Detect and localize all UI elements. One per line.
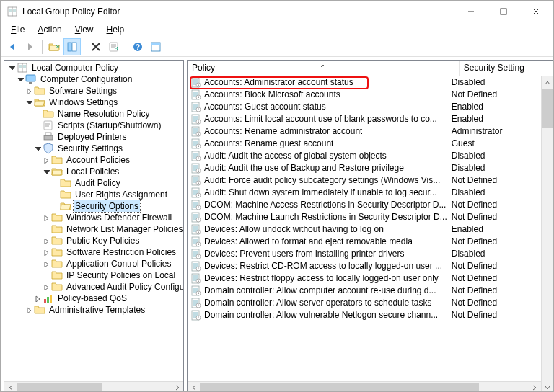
scroll-right-icon[interactable] — [529, 382, 541, 393]
list-row[interactable]: Devices: Restrict floppy access to local… — [188, 272, 541, 285]
tree-name-resolution[interactable]: Name Resolution Policy — [6, 108, 183, 120]
policy-setting: Enabled — [447, 101, 541, 113]
chevron-none — [50, 190, 59, 199]
back-button[interactable] — [4, 38, 21, 55]
svg-rect-15 — [68, 43, 71, 51]
tree-root[interactable]: Local Computer Policy — [6, 62, 183, 74]
list-row[interactable]: Accounts: Limit local account use of bla… — [188, 113, 541, 125]
tree-app-control[interactable]: Application Control Policies — [6, 258, 183, 270]
list-row[interactable]: Audit: Shut down system immediately if u… — [188, 187, 541, 199]
list-row[interactable]: Domain controller: Allow computer accoun… — [188, 285, 541, 297]
list-row[interactable]: Devices: Allowed to format and eject rem… — [188, 236, 541, 248]
tree-software-settings[interactable]: Software Settings — [6, 85, 183, 97]
list-row[interactable]: Accounts: Guest account statusEnabled — [188, 101, 541, 113]
chevron-right-icon[interactable] — [42, 213, 50, 222]
folder-icon — [34, 304, 45, 316]
tree-advanced-audit[interactable]: Advanced Audit Policy Configuration — [6, 281, 183, 293]
chevron-right-icon[interactable] — [42, 236, 50, 245]
tree-admin-templates[interactable]: Administrative Templates — [6, 304, 183, 316]
policy-tree[interactable]: Local Computer Policy Computer Configura… — [4, 61, 183, 381]
policy-name: Devices: Allowed to format and eject rem… — [204, 236, 413, 248]
column-security-setting[interactable]: Security Setting — [460, 61, 553, 76]
chevron-down-icon[interactable] — [16, 75, 25, 84]
tree-label: Computer Configuration — [39, 74, 133, 85]
chevron-down-icon[interactable] — [25, 98, 33, 107]
tree-deployed-printers[interactable]: Deployed Printers — [6, 131, 183, 143]
list-row[interactable]: Domain controller: Allow server operator… — [188, 297, 541, 309]
policy-icon — [190, 273, 202, 285]
policy-icon — [190, 187, 202, 199]
menu-file[interactable]: File — [5, 24, 30, 35]
export-button[interactable] — [105, 38, 123, 55]
tree-defender-firewall[interactable]: Windows Defender Firewall — [6, 212, 183, 223]
tree-network-list[interactable]: Network List Manager Policies — [6, 223, 183, 235]
list-v-scrollbar[interactable] — [541, 76, 553, 392]
scroll-up-icon[interactable] — [542, 76, 553, 89]
folder-open-icon — [34, 97, 45, 108]
toolbar-separator — [84, 40, 84, 54]
up-button[interactable] — [45, 38, 63, 55]
tree-h-scrollbar[interactable] — [4, 381, 183, 392]
show-tree-button[interactable] — [63, 38, 81, 55]
tree-local-policies[interactable]: Local Policies — [6, 166, 183, 177]
scroll-left-icon[interactable] — [188, 382, 200, 393]
chevron-down-icon[interactable] — [7, 63, 16, 72]
list-row[interactable]: Devices: Allow undock without having to … — [188, 223, 541, 236]
policy-list[interactable]: Accounts: Administrator account statusDi… — [188, 76, 541, 381]
tree-scripts[interactable]: Scripts (Startup/Shutdown) — [6, 120, 183, 131]
chevron-down-icon[interactable] — [33, 144, 42, 153]
close-button[interactable] — [519, 1, 552, 22]
menu-help[interactable]: Help — [101, 24, 131, 35]
chevron-right-icon[interactable] — [42, 259, 50, 268]
list-h-scrollbar[interactable] — [188, 381, 541, 392]
scroll-right-icon[interactable] — [171, 382, 183, 393]
tree-account-policies[interactable]: Account Policies — [6, 154, 183, 166]
chevron-right-icon[interactable] — [25, 86, 33, 95]
chevron-right-icon[interactable] — [42, 156, 50, 164]
list-row[interactable]: Audit: Audit the use of Backup and Resto… — [188, 162, 541, 174]
list-row[interactable]: DCOM: Machine Access Restrictions in Sec… — [188, 199, 541, 211]
tree-software-restriction[interactable]: Software Restriction Policies — [6, 246, 183, 258]
list-row[interactable]: Domain controller: Allow vulnerable Netl… — [188, 309, 541, 321]
tree-audit-policy[interactable]: Audit Policy — [6, 177, 183, 189]
tree-user-rights[interactable]: User Rights Assignment — [6, 189, 183, 200]
chevron-none — [50, 202, 59, 210]
list-row[interactable]: Audit: Force audit policy subcategory se… — [188, 174, 541, 187]
chevron-none — [33, 110, 42, 118]
properties-button[interactable] — [147, 38, 164, 55]
list-row[interactable]: DCOM: Machine Launch Restrictions in Sec… — [188, 211, 541, 223]
tree-qos[interactable]: Policy-based QoS — [6, 293, 183, 304]
list-row[interactable]: Accounts: Administrator account statusDi… — [188, 76, 541, 89]
tree-ipsec[interactable]: IP Security Policies on Local — [6, 270, 183, 281]
chevron-right-icon[interactable] — [25, 306, 33, 314]
chevron-none — [33, 133, 42, 141]
list-row[interactable]: Accounts: Rename guest accountGuest — [188, 138, 541, 150]
help-button[interactable]: ? — [129, 38, 146, 55]
svg-rect-20 — [151, 43, 160, 45]
tree-security-settings[interactable]: Security Settings — [6, 143, 183, 154]
maximize-button[interactable] — [487, 1, 519, 22]
list-row[interactable]: Audit: Audit the access of global system… — [188, 150, 541, 162]
chevron-right-icon[interactable] — [42, 282, 50, 291]
list-row[interactable]: Accounts: Rename administrator accountAd… — [188, 125, 541, 138]
list-row[interactable]: Devices: Prevent users from installing p… — [188, 248, 541, 260]
list-row[interactable]: Devices: Restrict CD-ROM access to local… — [188, 260, 541, 272]
column-policy[interactable]: Policy — [188, 61, 460, 76]
tree-windows-settings[interactable]: Windows Settings — [6, 97, 183, 108]
chevron-down-icon[interactable] — [42, 167, 50, 176]
policy-name: DCOM: Machine Access Restrictions in Sec… — [204, 199, 446, 211]
tree-security-options[interactable]: Security Options — [6, 200, 183, 212]
tree-computer-configuration[interactable]: Computer Configuration — [6, 74, 183, 85]
chevron-right-icon[interactable] — [42, 248, 50, 257]
minimize-button[interactable] — [454, 1, 487, 22]
menu-action[interactable]: Action — [32, 24, 67, 35]
policy-icon — [190, 249, 202, 260]
scroll-down-icon[interactable] — [542, 381, 553, 392]
chevron-right-icon[interactable] — [33, 294, 42, 303]
delete-button[interactable] — [87, 38, 105, 55]
forward-button[interactable] — [22, 38, 39, 55]
menu-view[interactable]: View — [69, 24, 100, 35]
scroll-left-icon[interactable] — [4, 382, 17, 393]
list-row[interactable]: Accounts: Block Microsoft accountsNot De… — [188, 89, 541, 101]
tree-public-key[interactable]: Public Key Policies — [6, 235, 183, 246]
